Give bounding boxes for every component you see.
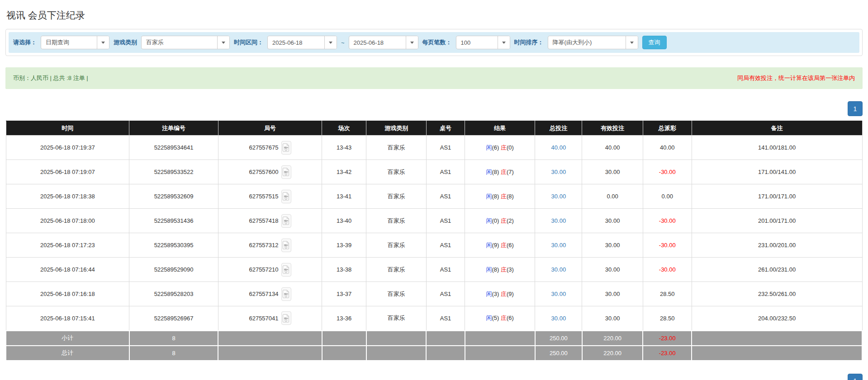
- bet-time: 2025-06-18 07:16:18: [6, 282, 129, 306]
- bet-time: 2025-06-18 07:15:41: [6, 306, 129, 331]
- session-no: 13-40: [322, 209, 366, 233]
- film-icon: [283, 216, 289, 225]
- banker-result: 庄: [501, 291, 507, 297]
- player-result: 闲: [486, 266, 492, 273]
- total-bet-link[interactable]: 40.00: [551, 144, 566, 151]
- chevron-down-icon[interactable]: [626, 36, 638, 49]
- game-type-label: 游戏类别: [114, 38, 137, 47]
- round-id-cell: 627557210: [218, 258, 322, 282]
- page-1-button[interactable]: 1: [848, 374, 863, 380]
- round-id: 627557134: [249, 291, 278, 297]
- date-from-select[interactable]: 2025-06-18: [267, 36, 337, 49]
- banker-result: 庄: [501, 169, 507, 175]
- col-time: 时间: [6, 121, 129, 136]
- table-row: 2025-06-18 07:18:00 522589531436 6275574…: [6, 209, 862, 233]
- session-no: 13-42: [322, 160, 366, 184]
- total-bet-link[interactable]: 30.00: [551, 315, 566, 322]
- date-from-value: 2025-06-18: [268, 36, 324, 49]
- player-result: 闲: [486, 314, 492, 321]
- game-type: 百家乐: [366, 160, 427, 184]
- total-bet-link[interactable]: 30.00: [551, 291, 566, 297]
- bet-id: 522589529090: [129, 258, 218, 282]
- chevron-down-icon[interactable]: [97, 36, 109, 49]
- round-id-cell: 627557134: [218, 282, 322, 306]
- video-replay-button[interactable]: [281, 239, 291, 252]
- video-replay-button[interactable]: [281, 311, 291, 325]
- remark: 261.00/231.00: [692, 258, 862, 282]
- table-row: 2025-06-18 07:19:37 522589534641 6275576…: [6, 136, 862, 160]
- chevron-down-icon[interactable]: [217, 36, 229, 49]
- total-bet-link[interactable]: 30.00: [551, 266, 566, 273]
- banker-result: 庄: [501, 266, 507, 273]
- col-round-id: 局号: [218, 121, 322, 136]
- chevron-down-icon[interactable]: [324, 36, 337, 49]
- remark: 141.00/181.00: [692, 136, 862, 160]
- table-body: 2025-06-18 07:19:37 522589534641 6275576…: [6, 136, 862, 331]
- round-id: 627557418: [249, 217, 278, 224]
- table-no: AS1: [426, 184, 465, 209]
- per-page-select[interactable]: 100: [456, 36, 510, 49]
- time-sort-select[interactable]: 降幂(由大到小): [548, 36, 638, 49]
- total-bet-link[interactable]: 30.00: [551, 169, 566, 175]
- table-no: AS1: [426, 136, 465, 160]
- remark: 232.50/261.00: [692, 282, 862, 306]
- table-no: AS1: [426, 282, 465, 306]
- remark: 231.00/201.00: [692, 233, 862, 258]
- round-id: 627557041: [249, 315, 278, 322]
- bet-id: 522589530395: [129, 233, 218, 258]
- round-id: 627557515: [249, 193, 278, 200]
- valid-bet: 0.00: [582, 184, 643, 209]
- video-replay-button[interactable]: [281, 263, 291, 277]
- player-result: 闲: [486, 169, 492, 175]
- col-session: 场次: [322, 121, 366, 136]
- total-bet-link[interactable]: 30.00: [551, 242, 566, 249]
- bet-time: 2025-06-18 07:18:00: [6, 209, 129, 233]
- round-id-cell: 627557515: [218, 184, 322, 209]
- remark: 171.00/171.00: [692, 184, 862, 209]
- subtotal-payout: -23.00: [643, 331, 692, 346]
- chevron-down-icon[interactable]: [498, 36, 510, 49]
- table-header: 时间 注单编号 局号 场次 游戏类别 桌号 结果 总投注 有效投注 总派彩 备注: [6, 121, 862, 136]
- valid-bet: 30.00: [582, 306, 643, 331]
- chevron-down-icon[interactable]: [406, 36, 418, 49]
- col-table-no: 桌号: [426, 121, 465, 136]
- table-no: AS1: [426, 209, 465, 233]
- remark: 204.00/232.50: [692, 306, 862, 331]
- col-result: 结果: [465, 121, 535, 136]
- search-button[interactable]: 查询: [642, 36, 667, 49]
- valid-bet: 40.00: [582, 136, 643, 160]
- payout: -30.00: [643, 233, 692, 258]
- page-1-button[interactable]: 1: [848, 101, 863, 116]
- video-replay-button[interactable]: [281, 165, 291, 179]
- result-cell: 闲(9) 庄(6): [465, 233, 535, 258]
- col-total-bet: 总投注: [535, 121, 582, 136]
- total-label: 总计: [6, 346, 129, 361]
- video-replay-button[interactable]: [281, 190, 291, 203]
- date-to-select[interactable]: 2025-06-18: [349, 36, 418, 49]
- subtotal-valid-bet: 220.00: [582, 331, 643, 346]
- film-icon: [283, 265, 289, 274]
- video-replay-button[interactable]: [281, 214, 291, 228]
- query-type-select[interactable]: 日期查询: [41, 36, 109, 49]
- subtotal-label: 小计: [6, 331, 129, 346]
- subtotal-row: 小计 8 250.00 220.00 -23.00: [6, 331, 862, 346]
- page: 视讯 会员下注纪录 请选择： 日期查询 游戏类别 百家乐 时间区间： 2025-…: [0, 0, 868, 380]
- payout: -30.00: [643, 160, 692, 184]
- video-replay-button[interactable]: [281, 141, 291, 155]
- round-id-cell: 627557600: [218, 160, 322, 184]
- bet-time: 2025-06-18 07:16:44: [6, 258, 129, 282]
- session-no: 13-36: [322, 306, 366, 331]
- player-result: 闲: [486, 217, 492, 224]
- query-type-value: 日期查询: [41, 36, 97, 49]
- total-bet-link[interactable]: 30.00: [551, 217, 566, 224]
- result-cell: 闲(3) 庄(9): [465, 282, 535, 306]
- banker-result: 庄: [501, 314, 507, 321]
- table-row: 2025-06-18 07:16:44 522589529090 6275572…: [6, 258, 862, 282]
- currency-total-text: 币别：人民币 | 总共 :8 注单 |: [13, 74, 88, 82]
- video-replay-button[interactable]: [281, 287, 291, 301]
- game-type-select[interactable]: 百家乐: [141, 36, 230, 49]
- session-no: 13-37: [322, 282, 366, 306]
- date-to-value: 2025-06-18: [349, 36, 406, 49]
- total-bet-link[interactable]: 30.00: [551, 193, 566, 200]
- table-row: 2025-06-18 07:17:23 522589530395 6275573…: [6, 233, 862, 258]
